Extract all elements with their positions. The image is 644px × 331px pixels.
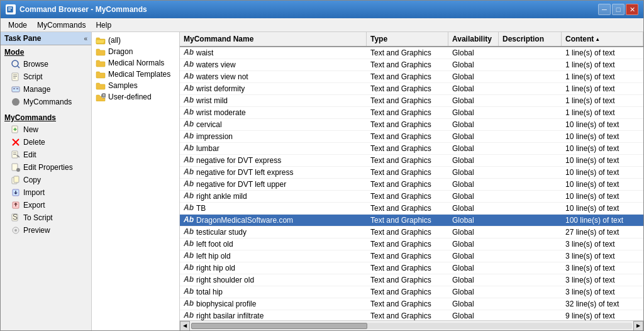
cell-name: Ab left hip old	[180, 250, 367, 262]
editprops-icon	[11, 162, 21, 172]
table-row[interactable]: Ab negative for DVT left express Text an…	[180, 167, 643, 179]
sidebar-item-toscript-label: To Script	[23, 213, 53, 222]
cell-description	[499, 99, 562, 102]
table-pane: MyCommand Name Type Availability Descrip…	[180, 32, 643, 330]
table-row[interactable]: Ab impression Text and Graphics Global 1…	[180, 131, 643, 143]
table-row[interactable]: Ab cervical Text and Graphics Global 10 …	[180, 119, 643, 131]
cell-content: 1 line(s) of text	[562, 47, 643, 59]
table-row[interactable]: Ab negative for DVT express Text and Gra…	[180, 155, 643, 167]
cell-availability: Global	[448, 191, 499, 202]
cell-description	[499, 87, 562, 90]
sidebar-item-toscript[interactable]: S To Script	[1, 211, 91, 224]
sidebar-item-delete[interactable]: Delete	[1, 136, 91, 149]
row-type-icon: Ab	[184, 108, 194, 117]
scroll-thumb[interactable]	[191, 323, 367, 329]
table-row[interactable]: Ab lumbar Text and Graphics Global 10 li…	[180, 143, 643, 155]
menu-help[interactable]: Help	[91, 20, 116, 31]
folder-medical-templates-icon	[96, 70, 106, 79]
sidebar-item-new-label: New	[23, 125, 38, 134]
table-row[interactable]: Ab left hip old Text and Graphics Global…	[180, 250, 643, 262]
scroll-track[interactable]	[191, 323, 632, 329]
delete-icon	[11, 137, 21, 147]
manage-icon	[11, 84, 21, 94]
sidebar-item-mycommands[interactable]: MyCommands	[1, 96, 91, 108]
table-row[interactable]: Ab wrist moderate Text and Graphics Glob…	[180, 107, 643, 119]
col-header-content[interactable]: Content	[562, 32, 643, 46]
folder-item-medical-templates[interactable]: Medical Templates	[92, 69, 179, 80]
cell-availability: Global	[448, 286, 499, 298]
menu-mode[interactable]: Mode	[3, 20, 32, 31]
import-icon	[11, 188, 21, 198]
table-row[interactable]: Ab right hip old Text and Graphics Globa…	[180, 262, 643, 274]
table-row[interactable]: Ab wrist mild Text and Graphics Global 1…	[180, 95, 643, 107]
sidebar-item-newcopy[interactable]: Copy	[1, 174, 91, 186]
table-row[interactable]: Ab biophysical profile Text and Graphics…	[180, 298, 643, 310]
sidebar-item-preview[interactable]: Preview	[1, 224, 91, 237]
folder-label-samples: Samples	[108, 81, 138, 90]
app-icon	[6, 4, 16, 14]
svg-text:Ab: Ab	[184, 252, 194, 259]
scroll-right-button[interactable]: ▶	[633, 321, 643, 331]
table-row[interactable]: Ab negative for DVT left upper Text and …	[180, 179, 643, 191]
svg-text:Ab: Ab	[184, 84, 194, 92]
table-row[interactable]: Ab right basilar infiltrate Text and Gra…	[180, 310, 643, 320]
table-row[interactable]: Ab left foot old Text and Graphics Globa…	[180, 238, 643, 250]
row-type-icon: Ab	[184, 300, 194, 308]
folder-item-samples[interactable]: Samples	[92, 80, 179, 91]
svg-text:S: S	[13, 213, 18, 222]
svg-text:Ab: Ab	[184, 72, 194, 80]
sidebar-item-edit[interactable]: Edit	[1, 149, 91, 161]
svg-text:Ab: Ab	[184, 311, 194, 319]
scroll-left-button[interactable]: ◀	[180, 321, 190, 331]
sidebar-item-script[interactable]: Script	[1, 70, 91, 83]
minimize-button[interactable]: ─	[598, 4, 611, 15]
cell-availability: Global	[448, 310, 499, 320]
folder-item-dragon[interactable]: Dragon	[92, 46, 179, 57]
col-header-type[interactable]: Type	[367, 32, 448, 46]
col-header-description[interactable]: Description	[499, 32, 562, 46]
sidebar-item-editprops[interactable]: Edit Properties	[1, 161, 91, 174]
cell-content: 3 line(s) of text	[562, 262, 643, 274]
sidebar-item-browse[interactable]: Browse	[1, 58, 91, 70]
table-row[interactable]: Ab right ankle mild Text and Graphics Gl…	[180, 191, 643, 203]
folder-item-medical-normals[interactable]: Medical Normals	[92, 57, 179, 69]
table-row[interactable]: Ab DragonMedicalSoftware.com Text and Gr…	[180, 215, 643, 227]
folder-item-user-defined[interactable]: User-defined	[92, 91, 179, 103]
sidebar-item-preview-label: Preview	[23, 226, 50, 235]
row-type-icon: Ab	[184, 276, 194, 284]
col-header-availability[interactable]: Availability	[448, 32, 499, 46]
maximize-button[interactable]: □	[612, 4, 625, 15]
sidebar-title: Task Pane	[4, 34, 41, 43]
table-row[interactable]: Ab total hip Text and Graphics Global 3 …	[180, 286, 643, 298]
table-row[interactable]: Ab waters view not Text and Graphics Glo…	[180, 71, 643, 83]
menu-mycommands[interactable]: MyCommands	[32, 20, 91, 31]
svg-rect-10	[13, 88, 15, 89]
cell-name: Ab DragonMedicalSoftware.com	[180, 215, 367, 226]
table-row[interactable]: Ab waist Text and Graphics Global 1 line…	[180, 47, 643, 59]
cell-content: 1 line(s) of text	[562, 71, 643, 82]
sidebar-item-import[interactable]: Import	[1, 186, 91, 199]
folder-label-user-defined: User-defined	[108, 93, 152, 101]
sidebar-collapse-button[interactable]: «	[84, 35, 87, 42]
table-row[interactable]: Ab waters view Text and Graphics Global …	[180, 59, 643, 71]
sidebar-item-new[interactable]: New	[1, 123, 91, 136]
cell-description	[499, 207, 562, 210]
table-row[interactable]: Ab wrist deformity Text and Graphics Glo…	[180, 83, 643, 95]
table-row[interactable]: Ab right shoulder old Text and Graphics …	[180, 274, 643, 286]
cell-content: 10 line(s) of text	[562, 131, 643, 142]
sidebar-item-export[interactable]: Export	[1, 199, 91, 211]
col-header-name[interactable]: MyCommand Name	[180, 32, 367, 46]
cell-content: 10 line(s) of text	[562, 167, 643, 178]
cell-type: Text and Graphics	[367, 250, 448, 262]
horizontal-scrollbar[interactable]: ◀ ▶	[180, 320, 643, 330]
mycommands-mode-icon	[11, 97, 21, 107]
cell-type: Text and Graphics	[367, 155, 448, 166]
sidebar-item-manage[interactable]: Manage	[1, 83, 91, 96]
cell-name: Ab biophysical profile	[180, 298, 367, 310]
folder-item-all[interactable]: (all)	[92, 35, 179, 46]
table-row[interactable]: Ab TB Text and Graphics Global 10 line(s…	[180, 203, 643, 215]
cell-content: 1 line(s) of text	[562, 83, 643, 94]
folder-label-medical-normals: Medical Normals	[108, 59, 164, 67]
table-row[interactable]: Ab testicular study Text and Graphics Gl…	[180, 227, 643, 238]
close-button[interactable]: ✕	[626, 4, 638, 15]
